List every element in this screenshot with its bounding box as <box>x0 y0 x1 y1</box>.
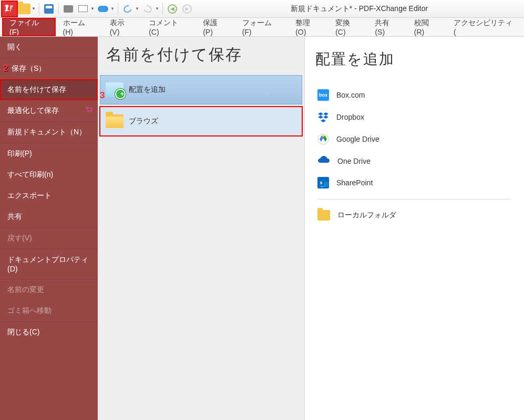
annotation-3: 3 <box>100 90 105 101</box>
label: 名前を付けて保存 <box>7 85 66 93</box>
open-folder-button[interactable] <box>17 2 31 16</box>
svg-point-1 <box>87 111 88 112</box>
cloud-icon <box>98 6 108 12</box>
sidebar-item-doc-properties[interactable]: ドキュメントプロパティ(D) <box>0 249 98 279</box>
separator <box>162 3 163 15</box>
menu-organize[interactable]: 整理(O) <box>288 18 328 36</box>
sidebar-item-optimize-save[interactable]: 最適化して保存 <box>0 100 98 121</box>
save-icon <box>44 4 54 14</box>
place-dropbox[interactable]: Dropbox <box>315 106 513 128</box>
redo-dropdown[interactable]: ▼ <box>155 6 160 11</box>
label: 共有 <box>7 212 22 220</box>
quick-access-toolbar: ▼ ▼ ▼ ▼ ▼ ◀ ▶ <box>17 0 194 17</box>
separator <box>39 3 39 15</box>
separator <box>118 3 118 15</box>
menu-protect[interactable]: 保護(P) <box>196 18 234 36</box>
sidebar-item-print-all[interactable]: すべて印刷(n) <box>0 164 98 185</box>
sidebar-item-print[interactable]: 印刷(P) <box>0 143 98 164</box>
divider <box>317 199 511 200</box>
title-bar: 1 ▼ ▼ ▼ ▼ ▼ ◀ ▶ 新規ドキュメント* - PDF-XChange … <box>0 0 524 18</box>
nav-back-button[interactable]: ◀ <box>166 2 179 16</box>
panel-title: 名前を付けて保存 <box>98 39 304 75</box>
menu-comment[interactable]: コメント(C) <box>141 18 196 36</box>
label: 戻す(V) <box>7 234 32 242</box>
cloud-dropdown[interactable]: ▼ <box>110 6 116 11</box>
label: ドキュメントプロパティ(D) <box>7 255 88 273</box>
label: One Drive <box>337 157 371 165</box>
save-button[interactable] <box>42 2 56 16</box>
menu-review[interactable]: 校閲(R) <box>407 18 446 36</box>
mail-dropdown[interactable]: ▼ <box>90 6 96 11</box>
forward-icon: ▶ <box>182 4 192 14</box>
svg-point-2 <box>90 111 91 112</box>
label: エクスポート <box>7 191 52 200</box>
mail-icon <box>78 5 88 12</box>
label: 名前の変更 <box>7 285 44 293</box>
sidebar-item-save[interactable]: 2 保存（S） <box>0 58 98 79</box>
sharepoint-icon: s <box>317 177 329 188</box>
label: ブラウズ <box>129 117 158 126</box>
redo-button[interactable] <box>141 2 155 16</box>
folder-icon <box>106 114 124 128</box>
file-menu-sidebar: 開く 2 保存（S） 名前を付けて保存 最適化して保存 新規ドキュメント（N） … <box>0 37 98 420</box>
undo-button[interactable] <box>121 2 135 16</box>
label: 閉じる(C) <box>7 328 39 336</box>
sidebar-item-export[interactable]: エクスポート <box>0 185 98 206</box>
nav-forward-button[interactable]: ▶ <box>180 2 194 16</box>
cloud-button[interactable] <box>96 2 110 16</box>
label: SharePoint <box>336 178 373 187</box>
print-icon <box>64 5 73 13</box>
open-dropdown[interactable]: ▼ <box>32 6 37 11</box>
box-icon: box <box>317 89 329 101</box>
redo-icon <box>142 3 153 14</box>
add-place-row[interactable]: 3 + 配置を追加 <box>100 75 302 104</box>
menu-file[interactable]: ファイル(F) <box>2 18 56 36</box>
menu-home[interactable]: ホーム(H) <box>56 18 102 36</box>
place-box[interactable]: box Box.com <box>315 84 513 106</box>
save-as-panel: 名前を付けて保存 3 + 配置を追加 ブラウズ <box>98 37 305 420</box>
sidebar-item-revert: 戻す(V) <box>0 228 98 249</box>
label: 開く <box>7 43 22 51</box>
panel-title: 配置を追加 <box>315 44 513 84</box>
label: Dropbox <box>336 113 364 121</box>
annotation-1-outline <box>1 1 18 17</box>
sidebar-item-save-as[interactable]: 名前を付けて保存 <box>0 79 98 100</box>
sidebar-item-new-document[interactable]: 新規ドキュメント（N） <box>0 122 98 143</box>
print-button[interactable] <box>61 2 75 16</box>
place-sharepoint[interactable]: s SharePoint <box>315 172 513 194</box>
menu-convert[interactable]: 変換(C) <box>328 18 367 36</box>
label: 新規ドキュメント（N） <box>7 128 86 136</box>
cart-icon <box>85 107 93 113</box>
sidebar-item-open[interactable]: 開く <box>0 37 98 58</box>
folder-icon <box>18 4 30 14</box>
annotation-2: 2 <box>3 63 8 74</box>
sidebar-item-share[interactable]: 共有 <box>0 206 98 227</box>
folder-icon <box>317 210 330 220</box>
add-place-icon: + <box>106 82 124 97</box>
label: ローカルフォルダ <box>337 211 396 220</box>
place-onedrive[interactable]: One Drive <box>315 150 513 172</box>
label: Box.com <box>336 91 365 99</box>
menu-accessibility[interactable]: アクセシビリティ ( <box>446 18 524 36</box>
place-local-folder[interactable]: ローカルフォルダ <box>315 205 513 226</box>
dropbox-icon <box>317 111 329 123</box>
window-title: 新規ドキュメント* - PDF-XChange Editor <box>194 4 524 14</box>
menu-form[interactable]: フォーム(F) <box>235 18 289 36</box>
add-place-panel: 配置を追加 box Box.com Dropbox Google Drive O… <box>305 37 524 420</box>
main-area: 開く 2 保存（S） 名前を付けて保存 最適化して保存 新規ドキュメント（N） … <box>0 37 524 420</box>
browse-row[interactable]: ブラウズ <box>100 107 302 136</box>
menu-bar: ファイル(F) ホーム(H) 表示(V) コメント(C) 保護(P) フォーム(… <box>0 18 524 37</box>
label: Google Drive <box>336 135 379 143</box>
menu-share[interactable]: 共有(S) <box>367 18 406 36</box>
menu-view[interactable]: 表示(V) <box>102 18 141 36</box>
place-google-drive[interactable]: Google Drive <box>315 128 513 150</box>
label: 配置を追加 <box>129 85 166 94</box>
label: ゴミ箱へ移動 <box>7 306 52 314</box>
mail-button[interactable] <box>76 2 90 16</box>
label: 最適化して保存 <box>7 106 59 114</box>
back-icon: ◀ <box>168 4 177 14</box>
sidebar-item-close[interactable]: 閉じる(C) <box>0 322 98 343</box>
onedrive-icon <box>317 155 330 166</box>
undo-dropdown[interactable]: ▼ <box>135 6 140 11</box>
svg-text:s: s <box>320 180 322 185</box>
